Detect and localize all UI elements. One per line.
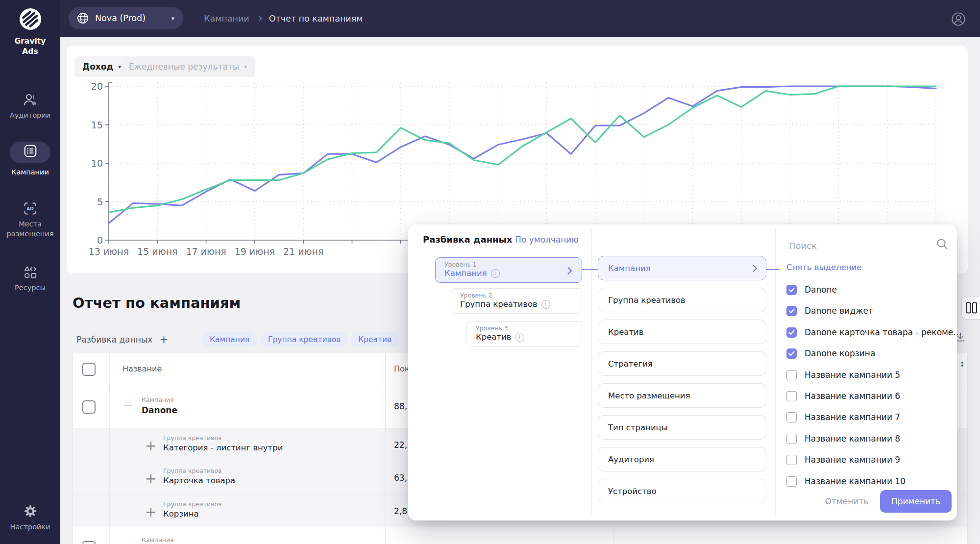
- row-kind-label: Группа креативов: [163, 500, 222, 508]
- campaign-checkbox-item[interactable]: Danone карточка товара - рекоме…: [786, 323, 961, 342]
- row-kind-label: Кампания: [142, 536, 174, 544]
- breakdown-label: Разбивка данных: [76, 335, 152, 345]
- connector-line: [766, 269, 779, 270]
- sidebar-item-campaigns[interactable]: Кампании: [0, 142, 60, 177]
- table-column-divider: [109, 353, 110, 544]
- checkbox-unchecked[interactable]: [786, 391, 797, 401]
- svg-text:20: 20: [91, 81, 103, 92]
- campaign-checkbox-item[interactable]: Название кампании 9: [786, 450, 900, 469]
- row-name[interactable]: Корзина: [163, 509, 199, 519]
- mode-dropdown[interactable]: Ежедневные результаты ▾: [121, 56, 255, 77]
- row-name[interactable]: Категория - листинг внутри: [163, 443, 283, 452]
- default-link[interactable]: По умолчанию: [515, 235, 579, 245]
- table-row: Кампания: [73, 527, 967, 544]
- breadcrumb: Кампании Отчет по кампаниям: [204, 0, 363, 37]
- workspace-switcher[interactable]: Nova (Prod) ▾: [69, 7, 183, 29]
- caret-down-icon: ▾: [244, 63, 247, 70]
- sidebar-item-label: Настройки: [0, 522, 60, 532]
- campaign-checkbox-item[interactable]: Название кампании 7: [786, 408, 900, 426]
- globe-icon: [76, 12, 89, 25]
- checkbox-checked[interactable]: [786, 327, 797, 338]
- expand-icon[interactable]: +: [145, 472, 156, 486]
- sidebar-item-audiences[interactable]: Аудитории: [0, 91, 60, 121]
- check-icon: [788, 351, 795, 356]
- row-checkbox[interactable]: [82, 400, 96, 414]
- info-icon: i: [541, 300, 550, 309]
- chevron-right-icon: [750, 264, 758, 272]
- level-label: Уровень 1: [444, 261, 582, 268]
- table-column-divider: [385, 353, 386, 544]
- dimension-option[interactable]: Креатив: [598, 320, 766, 344]
- sidebar: Gravity Ads АудиторииКампанииADМеста раз…: [0, 0, 60, 544]
- logo-title: Gravity Ads: [0, 36, 60, 57]
- campaign-checkbox-item[interactable]: Danone корзина: [786, 344, 875, 363]
- checkbox-unchecked[interactable]: [786, 455, 797, 465]
- campaign-checkbox-label: Название кампании 6: [805, 391, 900, 401]
- campaign-checkbox-item[interactable]: Название кампании 10: [786, 472, 906, 491]
- add-breakdown-button[interactable]: +: [159, 334, 168, 345]
- modal-title: Разбивка данных: [423, 234, 512, 245]
- column-settings-button[interactable]: [961, 296, 980, 320]
- checkbox-checked[interactable]: [786, 348, 797, 359]
- sort-icon: ↕: [959, 361, 965, 368]
- campaign-checkbox-item[interactable]: Название кампании 8: [786, 429, 900, 448]
- clear-selection-link[interactable]: Снять выделение: [786, 263, 862, 272]
- app-root: Nova (Prod) ▾ Кампании Отчет по кампания…: [0, 0, 980, 544]
- checkbox-unchecked[interactable]: [786, 476, 797, 487]
- select-all-checkbox[interactable]: [82, 363, 96, 376]
- campaign-checkbox-item[interactable]: Danone: [786, 280, 837, 299]
- workspace-name: Nova (Prod): [95, 13, 146, 23]
- checkbox-unchecked[interactable]: [786, 434, 797, 444]
- modal-divider: [591, 229, 592, 516]
- dimension-option[interactable]: Кампания: [598, 256, 766, 280]
- row-name[interactable]: Danone: [142, 405, 177, 415]
- row-checkbox[interactable]: [82, 541, 96, 544]
- apply-button[interactable]: Применить: [880, 490, 952, 513]
- sidebar-item-settings[interactable]: Настройки: [0, 503, 60, 532]
- placements-icon: AD: [0, 200, 60, 217]
- chevron-right-icon: [256, 16, 262, 21]
- mode-dropdown-label: Ежедневные результаты: [129, 62, 239, 72]
- checkbox-checked[interactable]: [786, 285, 797, 295]
- dimension-option[interactable]: Место размещения: [598, 383, 766, 408]
- level-1-box[interactable]: Уровень 1Кампанияi: [435, 257, 582, 283]
- dimension-option[interactable]: Аудитория: [598, 447, 766, 471]
- checkbox-checked[interactable]: [786, 306, 797, 316]
- cancel-button[interactable]: Отменить: [820, 490, 874, 513]
- breadcrumb-current: Отчет по кампаниям: [269, 14, 363, 24]
- level-2-box[interactable]: Уровень 2Группа креативовi: [451, 288, 582, 314]
- svg-text:21 июня: 21 июня: [283, 246, 323, 257]
- sidebar-item-placements[interactable]: ADМеста размещения: [0, 200, 60, 239]
- dimension-option[interactable]: Устройство: [598, 479, 766, 503]
- info-icon: i: [491, 269, 500, 278]
- svg-text:AD: AD: [26, 205, 34, 211]
- breakdown-chip[interactable]: Кампания: [202, 332, 257, 347]
- dimension-option[interactable]: Стратегия: [598, 351, 766, 376]
- svg-text:19 июня: 19 июня: [235, 246, 275, 257]
- user-avatar-icon[interactable]: [951, 12, 966, 26]
- level-3-box[interactable]: Уровень 3Креативi: [466, 321, 582, 346]
- campaign-checkbox-item[interactable]: Название кампании 5: [786, 366, 900, 384]
- campaign-checkbox-label: Название кампании 5: [805, 370, 900, 380]
- search-input[interactable]: [788, 236, 932, 255]
- dimension-option[interactable]: Тип страницы: [598, 415, 766, 440]
- collapse-icon[interactable]: —: [123, 400, 132, 409]
- expand-icon[interactable]: +: [145, 439, 156, 453]
- expand-icon[interactable]: +: [145, 505, 156, 519]
- check-icon: [788, 308, 795, 314]
- breakdown-chip[interactable]: Группа креативов: [260, 332, 348, 347]
- sidebar-item-resources[interactable]: Ресурсы: [0, 264, 60, 293]
- gear-icon: [0, 503, 60, 519]
- svg-text:17 июня: 17 июня: [186, 246, 226, 257]
- breadcrumb-campaigns[interactable]: Кампании: [204, 14, 249, 24]
- row-name[interactable]: Карточка товара: [163, 476, 235, 485]
- breakdown-chip[interactable]: Креатив: [350, 332, 399, 347]
- checkbox-unchecked[interactable]: [786, 412, 797, 422]
- dimension-option[interactable]: Группа креативов: [598, 288, 766, 312]
- campaign-checkbox-item[interactable]: Danone виджет: [786, 301, 873, 320]
- campaign-checkbox-item[interactable]: Название кампании 6: [786, 387, 900, 405]
- row-value: 88,: [394, 401, 407, 411]
- checkbox-unchecked[interactable]: [786, 370, 797, 380]
- svg-text:5: 5: [97, 197, 103, 207]
- sidebar-item-label: Места размещения: [0, 220, 60, 239]
